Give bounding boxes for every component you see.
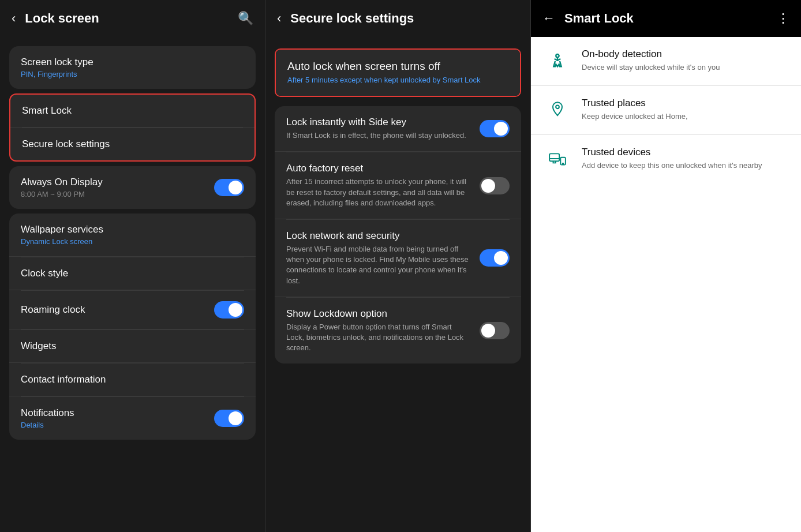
wallpaper-services-subtitle: Dynamic Lock screen bbox=[21, 237, 244, 246]
svg-rect-2 bbox=[549, 153, 559, 161]
on-body-detection-icon bbox=[545, 48, 570, 74]
trusted-places-icon bbox=[545, 98, 570, 123]
secure-lock-panel: ‹ Secure lock settings Auto lock when sc… bbox=[265, 0, 531, 532]
smart-lock-content: On-body detection Device will stay unloc… bbox=[531, 37, 801, 532]
panel1-content: Screen lock type PIN, Fingerprints Smart… bbox=[0, 37, 265, 532]
widgets-title: Widgets bbox=[21, 340, 244, 352]
screen-lock-type-item[interactable]: Screen lock type PIN, Fingerprints bbox=[9, 46, 256, 89]
contact-information-item[interactable]: Contact information bbox=[9, 364, 256, 396]
screen-lock-type-subtitle: PIN, Fingerprints bbox=[21, 70, 244, 78]
lock-network-subtitle: Prevent Wi-Fi and mobile data from being… bbox=[286, 244, 470, 286]
smart-lock-panel: ← Smart Lock ⋮ On-body detection Device … bbox=[531, 0, 801, 532]
secure-lock-items-group: Lock instantly with Side key If Smart Lo… bbox=[275, 106, 521, 364]
auto-factory-reset-subtitle: After 15 incorrect attempts to unlock yo… bbox=[286, 177, 470, 208]
show-lockdown-title: Show Lockdown option bbox=[286, 308, 470, 320]
lock-instantly-toggle[interactable] bbox=[480, 120, 510, 137]
lock-network-toggle[interactable] bbox=[480, 249, 510, 267]
secure-lock-settings-item[interactable]: Secure lock settings bbox=[10, 128, 254, 160]
auto-lock-subtitle: After 5 minutes except when kept unlocke… bbox=[287, 75, 508, 85]
clock-style-title: Clock style bbox=[21, 268, 244, 279]
trusted-places-title: Trusted places bbox=[582, 98, 787, 109]
panel3-back-button[interactable]: ← bbox=[542, 11, 555, 26]
svg-point-1 bbox=[556, 105, 559, 108]
trusted-places-subtitle: Keep device unlocked at Home, bbox=[582, 111, 787, 122]
smart-lock-title: Smart Lock bbox=[22, 105, 243, 117]
panel1-title: Lock screen bbox=[25, 11, 238, 26]
on-body-detection-subtitle: Device will stay unlocked while it's on … bbox=[582, 62, 787, 73]
panel2-content: Auto lock when screen turns off After 5 … bbox=[265, 37, 530, 532]
auto-factory-reset-toggle[interactable] bbox=[480, 177, 510, 194]
trusted-devices-item[interactable]: Trusted devices Add device to keep this … bbox=[531, 135, 801, 183]
show-lockdown-subtitle: Display a Power button option that turns… bbox=[286, 322, 470, 354]
group-screen-lock: Screen lock type PIN, Fingerprints bbox=[9, 46, 256, 89]
lock-instantly-title: Lock instantly with Side key bbox=[286, 117, 470, 128]
always-on-display-toggle[interactable] bbox=[214, 179, 244, 196]
show-lockdown-toggle[interactable] bbox=[480, 322, 510, 339]
auto-lock-highlighted: Auto lock when screen turns off After 5 … bbox=[275, 48, 521, 97]
panel2-header: ‹ Secure lock settings bbox=[265, 0, 530, 37]
search-icon[interactable]: 🔍 bbox=[238, 11, 253, 26]
wallpaper-services-title: Wallpaper services bbox=[21, 224, 244, 235]
auto-lock-title: Auto lock when screen turns off bbox=[287, 60, 508, 73]
group-display-options: Wallpaper services Dynamic Lock screen C… bbox=[9, 213, 256, 440]
roaming-clock-title: Roaming clock bbox=[21, 304, 214, 316]
svg-point-0 bbox=[556, 54, 559, 57]
trusted-places-item[interactable]: Trusted places Keep device unlocked at H… bbox=[531, 86, 801, 135]
panel1-header: ‹ Lock screen 🔍 bbox=[0, 0, 265, 37]
group-smart-lock-highlighted: Smart Lock Secure lock settings bbox=[9, 93, 256, 162]
on-body-detection-title: On-body detection bbox=[582, 48, 787, 60]
auto-factory-reset-item[interactable]: Auto factory reset After 15 incorrect at… bbox=[275, 152, 521, 219]
more-options-icon[interactable]: ⋮ bbox=[777, 11, 789, 26]
lock-network-title: Lock network and security bbox=[286, 230, 470, 242]
contact-information-title: Contact information bbox=[21, 374, 244, 385]
clock-style-item[interactable]: Clock style bbox=[9, 257, 256, 290]
wallpaper-services-item[interactable]: Wallpaper services Dynamic Lock screen bbox=[9, 213, 256, 257]
notifications-subtitle: Details bbox=[21, 421, 214, 429]
panel3-title: Smart Lock bbox=[564, 11, 777, 26]
trusted-devices-title: Trusted devices bbox=[582, 147, 787, 158]
on-body-detection-item[interactable]: On-body detection Device will stay unloc… bbox=[531, 37, 801, 86]
notifications-item[interactable]: Notifications Details bbox=[9, 397, 256, 440]
auto-lock-item[interactable]: Auto lock when screen turns off After 5 … bbox=[276, 50, 520, 96]
always-on-display-subtitle: 8:00 AM ~ 9:00 PM bbox=[21, 190, 214, 198]
smart-lock-item[interactable]: Smart Lock bbox=[10, 95, 254, 128]
panel1-back-button[interactable]: ‹ bbox=[12, 11, 16, 26]
auto-factory-reset-title: Auto factory reset bbox=[286, 163, 470, 174]
roaming-clock-toggle[interactable] bbox=[214, 301, 244, 319]
notifications-title: Notifications bbox=[21, 407, 214, 419]
svg-point-4 bbox=[563, 163, 564, 164]
secure-lock-settings-title: Secure lock settings bbox=[22, 138, 243, 150]
screen-lock-type-title: Screen lock type bbox=[21, 57, 244, 68]
lock-instantly-subtitle: If Smart Lock is in effect, the phone wi… bbox=[286, 130, 470, 141]
roaming-clock-item[interactable]: Roaming clock bbox=[9, 291, 256, 329]
panel2-back-button[interactable]: ‹ bbox=[277, 11, 281, 26]
trusted-devices-subtitle: Add device to keep this one unlocked whe… bbox=[582, 160, 787, 171]
always-on-display-title: Always On Display bbox=[21, 177, 214, 188]
lock-instantly-item[interactable]: Lock instantly with Side key If Smart Lo… bbox=[275, 106, 521, 152]
notifications-toggle[interactable] bbox=[214, 410, 244, 427]
panel3-header: ← Smart Lock ⋮ bbox=[531, 0, 801, 37]
trusted-devices-icon bbox=[545, 147, 570, 172]
lock-screen-panel: ‹ Lock screen 🔍 Screen lock type PIN, Fi… bbox=[0, 0, 265, 532]
show-lockdown-item[interactable]: Show Lockdown option Display a Power but… bbox=[275, 298, 521, 364]
always-on-display-item[interactable]: Always On Display 8:00 AM ~ 9:00 PM bbox=[9, 166, 256, 209]
widgets-item[interactable]: Widgets bbox=[9, 330, 256, 363]
group-always-on: Always On Display 8:00 AM ~ 9:00 PM bbox=[9, 166, 256, 209]
lock-network-item[interactable]: Lock network and security Prevent Wi-Fi … bbox=[275, 220, 521, 297]
panel2-title: Secure lock settings bbox=[290, 11, 519, 26]
